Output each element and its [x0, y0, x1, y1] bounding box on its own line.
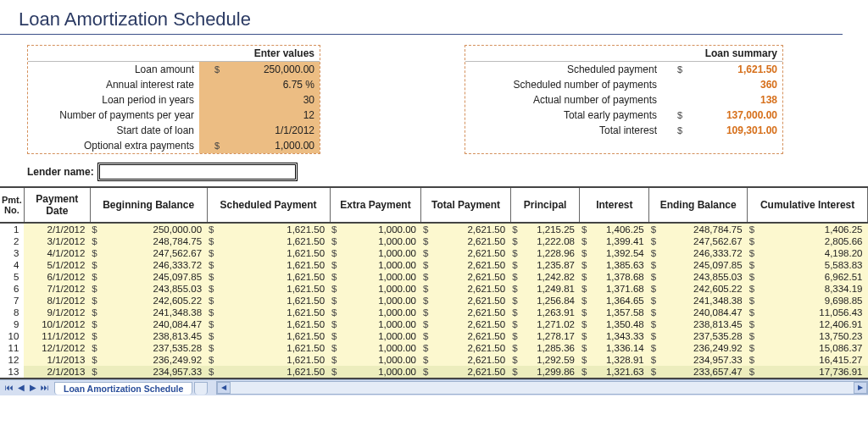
currency-symbol: $ — [207, 283, 222, 295]
cell-extra: 1,000.00 — [345, 330, 421, 342]
currency-symbol: $ — [207, 259, 222, 271]
extra-pay-input[interactable]: 1,000.00 — [225, 138, 320, 153]
currency-symbol: $ — [199, 62, 225, 77]
table-row[interactable]: 910/1/2012$240,084.47$1,621.50$1,000.00$… — [0, 318, 868, 330]
currency-symbol: $ — [748, 271, 763, 283]
col-ending-balance: Ending Balance — [649, 187, 748, 223]
currency-symbol: $ — [207, 223, 222, 235]
currency-symbol: $ — [649, 354, 665, 366]
scroll-right-icon[interactable]: ▶ — [854, 382, 867, 394]
table-row[interactable]: 1011/1/2012$238,813.45$1,621.50$1,000.00… — [0, 330, 868, 342]
currency-symbol: $ — [330, 342, 345, 354]
cell-beg: 243,855.03 — [105, 283, 207, 295]
cell-cum: 8,334.19 — [763, 283, 868, 295]
currency-symbol: $ — [748, 223, 763, 235]
cell-int: 1,406.25 — [595, 223, 649, 235]
table-row[interactable]: 67/1/2012$243,855.03$1,621.50$1,000.00$2… — [0, 283, 868, 295]
col-cumulative-interest: Cumulative Interest — [748, 187, 868, 223]
currency-symbol: $ — [330, 235, 345, 247]
annual-rate-label: Annual interest rate — [28, 77, 199, 92]
col-scheduled-payment: Scheduled Payment — [207, 187, 330, 223]
cell-beg: 234,957.33 — [105, 366, 207, 379]
currency-symbol: $ — [421, 235, 437, 247]
cell-sched: 1,621.50 — [222, 342, 330, 354]
tab-nav-last[interactable]: ⏭ — [39, 381, 51, 395]
actual-pay-label: Actual number of payments — [465, 92, 662, 108]
loan-amount-input[interactable]: 250,000.00 — [225, 62, 320, 77]
currency-symbol: $ — [649, 366, 665, 379]
currency-symbol: $ — [207, 354, 222, 366]
col-beginning-balance: Beginning Balance — [90, 187, 207, 223]
table-row[interactable]: 12/1/2012$250,000.00$1,621.50$1,000.00$2… — [0, 223, 868, 235]
cell-total: 2,621.50 — [437, 330, 510, 342]
currency-symbol: $ — [580, 366, 595, 379]
cell-int: 1,371.68 — [595, 283, 649, 295]
currency-symbol: $ — [510, 318, 526, 330]
currency-symbol: $ — [421, 307, 437, 318]
loan-summary-panel: Loan summary Scheduled payment $ 1,621.5… — [465, 45, 783, 154]
annual-rate-input[interactable]: 6.75 % — [225, 77, 320, 92]
horizontal-scrollbar[interactable]: ◀ ▶ — [216, 381, 868, 395]
currency-symbol: $ — [207, 247, 222, 259]
cell-sched: 1,621.50 — [222, 354, 330, 366]
cell-end: 245,097.85 — [665, 259, 748, 271]
currency-symbol: $ — [748, 354, 763, 366]
table-row[interactable]: 121/1/2013$236,249.92$1,621.50$1,000.00$… — [0, 354, 868, 366]
period-years-input[interactable]: 30 — [225, 92, 320, 108]
currency-symbol: $ — [649, 295, 665, 307]
currency-symbol: $ — [510, 307, 526, 318]
extra-pay-label: Optional extra payments — [28, 138, 199, 153]
ppy-input[interactable]: 12 — [225, 108, 320, 123]
cell-end: 241,348.38 — [665, 295, 748, 307]
cell-total: 2,621.50 — [437, 283, 510, 295]
cell-cum: 6,962.51 — [763, 271, 868, 283]
cell-pmt-no: 8 — [0, 307, 24, 318]
cell-total: 2,621.50 — [437, 342, 510, 354]
cell-total: 2,621.50 — [437, 318, 510, 330]
cell-end: 233,657.47 — [665, 366, 748, 379]
tab-nav-first[interactable]: ⏮ — [3, 381, 15, 395]
table-row[interactable]: 23/1/2012$248,784.75$1,621.50$1,000.00$2… — [0, 235, 868, 247]
ppy-label: Number of payments per year — [28, 108, 199, 123]
lender-name-input[interactable] — [97, 163, 298, 181]
cell-end: 246,333.72 — [665, 247, 748, 259]
start-date-input[interactable]: 1/1/2012 — [225, 123, 320, 138]
col-payment-date: Payment Date — [24, 187, 90, 223]
currency-symbol: $ — [580, 259, 595, 271]
table-row[interactable]: 1112/1/2012$237,535.28$1,621.50$1,000.00… — [0, 342, 868, 354]
sheet-tab-new[interactable] — [194, 382, 208, 395]
currency-symbol: $ — [421, 223, 437, 235]
col-pmt-no: Pmt. No. — [0, 187, 24, 223]
table-row[interactable]: 45/1/2012$246,333.72$1,621.50$1,000.00$2… — [0, 259, 868, 271]
cell-end: 240,084.47 — [665, 307, 748, 318]
table-row[interactable]: 56/1/2012$245,097.85$1,621.50$1,000.00$2… — [0, 271, 868, 283]
table-row[interactable]: 89/1/2012$241,348.38$1,621.50$1,000.00$2… — [0, 307, 868, 318]
currency-symbol: $ — [421, 247, 437, 259]
scroll-left-icon[interactable]: ◀ — [217, 382, 231, 394]
cell-int: 1,392.54 — [595, 247, 649, 259]
cell-end: 238,813.45 — [665, 318, 748, 330]
cell-payment-date: 4/1/2012 — [24, 247, 90, 259]
currency-symbol: $ — [748, 307, 763, 318]
cell-princ: 1,242.82 — [526, 271, 580, 283]
currency-symbol: $ — [90, 342, 105, 354]
tab-nav-next[interactable]: ▶ — [27, 381, 39, 395]
currency-symbol: $ — [649, 259, 665, 271]
cell-int: 1,357.58 — [595, 307, 649, 318]
currency-symbol: $ — [330, 295, 345, 307]
currency-symbol: $ — [207, 330, 222, 342]
table-row[interactable]: 34/1/2012$247,562.67$1,621.50$1,000.00$2… — [0, 247, 868, 259]
cell-cum: 12,406.91 — [763, 318, 868, 330]
cell-pmt-no: 12 — [0, 354, 24, 366]
cell-pmt-no: 6 — [0, 283, 24, 295]
cell-pmt-no: 2 — [0, 235, 24, 247]
table-row[interactable]: 132/1/2013$234,957.33$1,621.50$1,000.00$… — [0, 366, 868, 379]
table-row[interactable]: 78/1/2012$242,605.22$1,621.50$1,000.00$2… — [0, 295, 868, 307]
cell-princ: 1,263.91 — [526, 307, 580, 318]
tab-nav-prev[interactable]: ◀ — [15, 381, 27, 395]
cell-beg: 247,562.67 — [105, 247, 207, 259]
sheet-tab-active[interactable]: Loan Amortization Schedule — [54, 382, 192, 395]
cell-payment-date: 11/1/2012 — [24, 330, 90, 342]
cell-sched: 1,621.50 — [222, 283, 330, 295]
currency-symbol: $ — [649, 283, 665, 295]
